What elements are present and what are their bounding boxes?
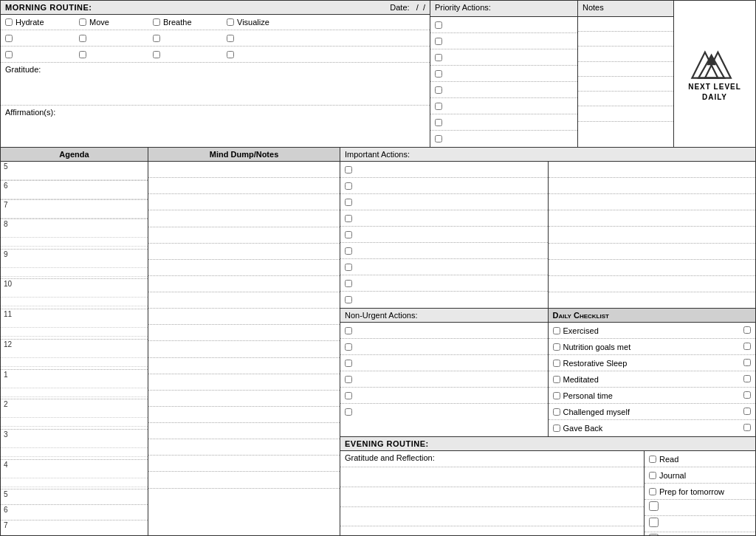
imp-notes-row-1 [549,162,756,178]
evening-cb-journal[interactable] [649,472,656,479]
hydrate-checkbox[interactable] [5,18,13,26]
imp-cb-1[interactable] [345,166,352,173]
visualize-checkbox[interactable] [227,18,234,26]
gr-line-3 [340,507,644,527]
agenda-row-5: 5 [1,162,148,181]
agenda-row-3: 3 [1,430,148,460]
empty-cb3-3[interactable] [153,51,160,58]
important-actions-header: Important Actions: [340,148,755,162]
checklist-cb-6b[interactable] [743,408,751,415]
morning-checkboxes-row2 [1,30,430,47]
empty-cb2-3[interactable] [153,35,160,42]
breathe-checkbox[interactable] [153,18,160,26]
nonurgent-actions: Non-Urgent Actions: [340,309,549,436]
minddump-line-13 [148,358,340,374]
agenda-time: 4 [1,460,148,470]
imp-notes-row-5 [549,227,756,243]
notes-row-7 [578,106,673,121]
nonurgent-row-2 [340,339,548,355]
agenda-row-7pm: 7 [1,520,148,535]
date-area: Date: / / [390,3,425,12]
priority-row [430,131,577,147]
priority-cb-2[interactable] [435,38,442,45]
gratitude-reflection-section: Gratitude and Reflection: [340,451,645,535]
affirmation-section: Affirmation(s): [1,106,430,148]
nonurgent-cb-1[interactable] [345,327,352,334]
empty-cb2-1[interactable] [5,35,13,42]
evening-cb-extra-2[interactable] [649,518,659,527]
minddump-line-3 [148,194,340,210]
nonurgent-cb-6[interactable] [345,408,352,416]
nonurgent-cb-3[interactable] [345,360,352,367]
notes-row-4 [578,62,673,77]
checklist-cb-4[interactable] [553,376,560,383]
empty-cb3-1[interactable] [5,51,13,58]
checklist-cb-3b[interactable] [743,359,751,366]
checklist-label-1: Exercised [563,326,599,335]
minddump-line-7 [148,260,340,276]
checklist-cb-1[interactable] [553,327,560,334]
move-item: Move [79,18,138,27]
checklist-cb-1b[interactable] [743,326,751,334]
priority-row [430,33,577,49]
empty-check3-3 [153,49,212,59]
priority-cb-4[interactable] [435,70,442,78]
gr-line-1 [340,467,644,487]
nonurgent-cb-2[interactable] [345,343,352,351]
priority-cb-6[interactable] [435,103,442,110]
checklist-cb-2[interactable] [553,343,560,351]
evening-cb-prep[interactable] [649,488,656,495]
imp-cb-3[interactable] [345,199,352,206]
imp-cb-9[interactable] [345,296,352,303]
checklist-cb-5[interactable] [553,392,560,399]
checklist-cb-3[interactable] [553,360,560,367]
move-checkbox[interactable] [79,18,86,26]
empty-cb3-4[interactable] [227,51,234,58]
imp-cb-4[interactable] [345,215,352,222]
checklist-cb-7b[interactable] [743,424,751,431]
empty-check3-2 [79,49,138,59]
checklist-cb-2b[interactable] [743,343,751,350]
priority-cb-8[interactable] [435,135,442,142]
logo-section: NEXT LEVEL DAILY [674,1,755,147]
agenda-row-12: 12 [1,340,148,370]
empty-cb3-2[interactable] [79,51,86,58]
checklist-cb-4b[interactable] [743,375,751,382]
checklist-cb-6[interactable] [553,408,560,416]
main-layout: Agenda 5 6 7 8 9 10 11 12 1 2 3 4 5 6 7 … [1,148,755,535]
morning-title: MORNING ROUTINE: [5,3,92,12]
morning-checkboxes-row1: Hydrate Move Breathe Visualize [1,15,430,30]
priority-cb-5[interactable] [435,86,442,94]
imp-cb-8[interactable] [345,280,352,287]
nonurgent-cb-4[interactable] [345,376,352,383]
evening-cb-extra-3[interactable] [649,534,659,535]
checklist-cb-7[interactable] [553,425,560,432]
checklist-cb-5b[interactable] [743,391,751,399]
priority-cb-7[interactable] [435,119,442,126]
notes-row-1 [578,17,673,32]
notes-header: Notes [578,1,673,17]
checklist-label-4: Meditated [563,375,599,384]
imp-action-row-4 [340,210,548,227]
agenda-row-6pm: 6 [1,505,148,520]
empty-cb2-4[interactable] [227,35,234,42]
agenda-row-6: 6 [1,181,148,200]
important-actions-left [340,162,549,308]
imp-cb-6[interactable] [345,247,352,255]
nonurgent-row-5 [340,388,548,404]
nonurgent-cb-5[interactable] [345,392,352,399]
priority-row [430,66,577,82]
move-label: Move [89,18,109,27]
priority-cb-3[interactable] [435,54,442,61]
empty-cb2-2[interactable] [79,35,86,42]
imp-notes-row-3 [549,194,756,210]
minddump-line-17 [148,423,340,439]
daily-checklist: Daily Checklist Exercised Nutrition goal… [549,309,756,436]
imp-cb-5[interactable] [345,231,352,238]
evening-cb-extra-1[interactable] [649,501,659,511]
evening-cb-read[interactable] [649,456,656,463]
priority-cb-1[interactable] [435,21,442,29]
notes-row-5 [578,77,673,92]
imp-cb-2[interactable] [345,182,352,190]
imp-cb-7[interactable] [345,264,352,271]
